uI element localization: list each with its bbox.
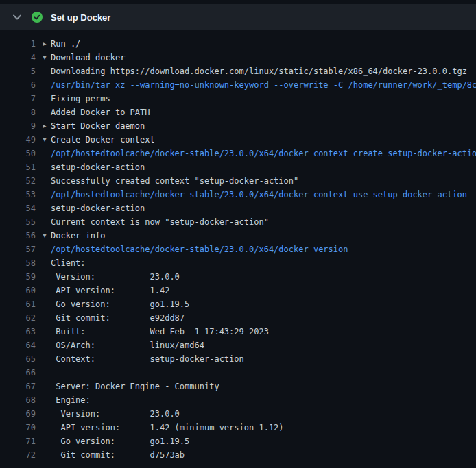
line-number[interactable]: 4: [0, 51, 36, 64]
log-line-content: Engine:: [36, 393, 476, 407]
log-command: /opt/hostedtoolcache/docker-stable/23.0.…: [51, 190, 467, 199]
log-text: Server: Docker Engine - Community: [51, 382, 219, 391]
line-number[interactable]: 70: [0, 421, 36, 434]
log-line-content: Added Docker to PATH: [36, 106, 476, 119]
log-text: Downloading: [51, 66, 110, 76]
line-number[interactable]: 71: [0, 434, 36, 448]
log-group-content: ▸Start Docker daemon: [36, 119, 476, 133]
line-number[interactable]: 9: [0, 119, 36, 133]
log-line: 1▸Run ./: [0, 37, 476, 51]
log-text: Version: 23.0.0: [51, 409, 180, 419]
group-title[interactable]: Start Docker daemon: [51, 121, 145, 131]
log-line-content: Version: 23.0.0: [36, 270, 476, 284]
triangle-down-icon[interactable]: ▾: [40, 133, 49, 147]
log-container: 1▸Run ./4▾Download docker5Downloading ht…: [0, 30, 476, 462]
log-line: 61 Go version: go1.19.5: [0, 297, 476, 311]
log-text: Successfully created context "setup-dock…: [51, 176, 298, 186]
log-line-content: Successfully created context "setup-dock…: [36, 174, 476, 188]
line-number[interactable]: 56: [0, 229, 36, 243]
line-number[interactable]: 49: [0, 133, 36, 147]
line-number[interactable]: 51: [0, 160, 36, 174]
triangle-right-icon[interactable]: ▸: [40, 37, 49, 51]
log-text: Fixing perms: [51, 94, 110, 103]
line-number[interactable]: 59: [0, 270, 36, 284]
log-line-content: API version: 1.42 (minimum version 1.12): [36, 421, 476, 434]
log-line: 50/opt/hostedtoolcache/docker-stable/23.…: [0, 147, 476, 160]
log-line-content: Version: 23.0.0: [36, 407, 476, 421]
log-line-content: /opt/hostedtoolcache/docker-stable/23.0.…: [36, 188, 476, 201]
log-text: setup-docker-action: [51, 204, 145, 213]
log-line-content: API version: 1.42: [36, 284, 476, 297]
line-number[interactable]: 58: [0, 256, 36, 270]
log-group-content: ▾Create Docker context: [36, 133, 476, 147]
line-number[interactable]: 8: [0, 106, 36, 119]
line-number[interactable]: 68: [0, 393, 36, 407]
line-number[interactable]: 67: [0, 380, 36, 393]
log-link[interactable]: https://download.docker.com/linux/static…: [110, 66, 467, 76]
log-line-content: Client:: [36, 256, 476, 270]
log-line-content: Current context is now "setup-docker-act…: [36, 215, 476, 229]
log-line: 71 Go version: go1.19.5: [0, 434, 476, 448]
log-line-content: setup-docker-action: [36, 160, 476, 174]
log-line: 67 Server: Docker Engine - Community: [0, 380, 476, 393]
log-line: 6/usr/bin/tar xz --warning=no-unknown-ke…: [0, 78, 476, 92]
line-number[interactable]: 5: [0, 64, 36, 78]
log-text: Current context is now "setup-docker-act…: [51, 217, 269, 227]
log-line-content: Git commit: e92dd87: [36, 311, 476, 325]
line-number[interactable]: 50: [0, 147, 36, 160]
log-line-content: /usr/bin/tar xz --warning=no-unknown-key…: [36, 78, 476, 92]
log-line: 63 Built: Wed Feb 1 17:43:29 2023: [0, 325, 476, 338]
log-text: Context: setup-docker-action: [51, 354, 244, 364]
line-number[interactable]: 65: [0, 352, 36, 366]
log-line: 9▸Start Docker daemon: [0, 119, 476, 133]
triangle-right-icon[interactable]: ▸: [40, 119, 49, 133]
log-line: 55Current context is now "setup-docker-a…: [0, 215, 476, 229]
line-number[interactable]: 69: [0, 407, 36, 421]
line-number[interactable]: 7: [0, 92, 36, 106]
triangle-down-icon[interactable]: ▾: [40, 51, 49, 64]
chevron-down-icon[interactable]: [12, 14, 22, 20]
step-title: Set up Docker: [51, 12, 110, 23]
log-line: 51setup-docker-action: [0, 160, 476, 174]
group-title[interactable]: Run ./: [51, 39, 80, 49]
log-line: 60 API version: 1.42: [0, 284, 476, 297]
log-text: Client:: [51, 258, 86, 268]
group-title[interactable]: Docker info: [51, 231, 105, 241]
line-number[interactable]: 52: [0, 174, 36, 188]
log-text: Go version: go1.19.5: [51, 299, 189, 309]
log-line: 57/opt/hostedtoolcache/docker-stable/23.…: [0, 243, 476, 256]
log-line-content: Fixing perms: [36, 92, 476, 106]
line-number[interactable]: 62: [0, 311, 36, 325]
line-number[interactable]: 72: [0, 448, 36, 462]
log-text: OS/Arch: linux/amd64: [51, 341, 204, 350]
line-number[interactable]: 60: [0, 284, 36, 297]
log-line: 66: [0, 366, 476, 380]
line-number[interactable]: 6: [0, 78, 36, 92]
line-number[interactable]: 55: [0, 215, 36, 229]
line-number[interactable]: 54: [0, 201, 36, 215]
log-text: Added Docker to PATH: [51, 108, 150, 117]
log-group-content: ▾Download docker: [36, 51, 476, 64]
group-title[interactable]: Download docker: [51, 53, 125, 62]
log-text: Go version: go1.19.5: [51, 436, 189, 446]
line-number[interactable]: 53: [0, 188, 36, 201]
line-number[interactable]: 61: [0, 297, 36, 311]
log-text: Built: Wed Feb 1 17:43:29 2023: [51, 327, 269, 336]
log-line: 56▾Docker info: [0, 229, 476, 243]
line-number[interactable]: 57: [0, 243, 36, 256]
log-text: Engine:: [51, 395, 91, 405]
group-title[interactable]: Create Docker context: [51, 135, 155, 145]
log-line-content: /opt/hostedtoolcache/docker-stable/23.0.…: [36, 147, 476, 160]
line-number[interactable]: 1: [0, 37, 36, 51]
line-number[interactable]: 63: [0, 325, 36, 338]
log-text: API version: 1.42 (minimum version 1.12): [51, 423, 284, 432]
log-line-content: setup-docker-action: [36, 201, 476, 215]
triangle-down-icon[interactable]: ▾: [40, 229, 49, 243]
line-number[interactable]: 64: [0, 338, 36, 352]
log-line-content: Built: Wed Feb 1 17:43:29 2023: [36, 325, 476, 338]
log-group-content: ▾Docker info: [36, 229, 476, 243]
step-header[interactable]: Set up Docker: [0, 4, 476, 30]
log-line: 58Client:: [0, 256, 476, 270]
log-line-content: Server: Docker Engine - Community: [36, 380, 476, 393]
line-number[interactable]: 66: [0, 366, 36, 380]
